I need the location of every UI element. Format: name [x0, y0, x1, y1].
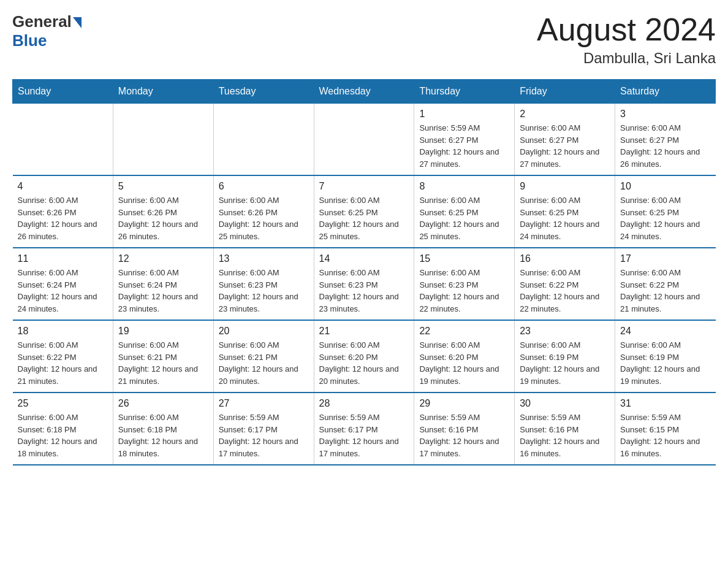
calendar-cell: 1Sunrise: 5:59 AMSunset: 6:27 PMDaylight…	[414, 104, 515, 176]
day-number: 27	[219, 398, 309, 409]
calendar-cell: 16Sunrise: 6:00 AMSunset: 6:22 PMDayligh…	[515, 248, 615, 320]
calendar-cell	[13, 104, 113, 176]
day-number: 20	[219, 326, 309, 337]
day-number: 2	[520, 109, 610, 120]
day-info: Sunrise: 6:00 AMSunset: 6:20 PMDaylight:…	[319, 339, 409, 387]
day-number: 15	[419, 253, 509, 264]
day-number: 6	[219, 181, 309, 192]
calendar-cell: 7Sunrise: 6:00 AMSunset: 6:25 PMDaylight…	[314, 175, 414, 248]
day-number: 1	[419, 109, 509, 120]
calendar-cell: 2Sunrise: 6:00 AMSunset: 6:27 PMDaylight…	[515, 104, 615, 176]
calendar-cell: 20Sunrise: 6:00 AMSunset: 6:21 PMDayligh…	[213, 320, 314, 393]
calendar-cell: 17Sunrise: 6:00 AMSunset: 6:22 PMDayligh…	[615, 248, 716, 320]
day-info: Sunrise: 6:00 AMSunset: 6:20 PMDaylight:…	[419, 339, 509, 387]
day-header-tuesday: Tuesday	[213, 80, 314, 104]
logo: General Blue	[12, 12, 82, 50]
day-number: 7	[319, 181, 409, 192]
calendar-cell: 19Sunrise: 6:00 AMSunset: 6:21 PMDayligh…	[113, 320, 213, 393]
page-header: General Blue August 2024 Dambulla, Sri L…	[12, 12, 716, 67]
calendar-cell: 30Sunrise: 5:59 AMSunset: 6:16 PMDayligh…	[515, 393, 615, 465]
calendar-cell: 26Sunrise: 6:00 AMSunset: 6:18 PMDayligh…	[113, 393, 213, 465]
day-info: Sunrise: 6:00 AMSunset: 6:22 PMDaylight:…	[18, 339, 108, 387]
calendar-week-row: 4Sunrise: 6:00 AMSunset: 6:26 PMDaylight…	[13, 175, 716, 248]
day-info: Sunrise: 6:00 AMSunset: 6:27 PMDaylight:…	[520, 122, 610, 170]
day-header-monday: Monday	[113, 80, 213, 104]
day-info: Sunrise: 6:00 AMSunset: 6:22 PMDaylight:…	[520, 267, 610, 315]
calendar-cell: 25Sunrise: 6:00 AMSunset: 6:18 PMDayligh…	[13, 393, 113, 465]
day-info: Sunrise: 5:59 AMSunset: 6:27 PMDaylight:…	[419, 122, 509, 170]
day-info: Sunrise: 6:00 AMSunset: 6:25 PMDaylight:…	[620, 194, 710, 242]
month-title: August 2024	[537, 12, 716, 47]
calendar-cell: 3Sunrise: 6:00 AMSunset: 6:27 PMDaylight…	[615, 104, 716, 176]
calendar-week-row: 11Sunrise: 6:00 AMSunset: 6:24 PMDayligh…	[13, 248, 716, 320]
day-header-friday: Friday	[515, 80, 615, 104]
calendar-cell: 13Sunrise: 6:00 AMSunset: 6:23 PMDayligh…	[213, 248, 314, 320]
calendar-cell: 28Sunrise: 5:59 AMSunset: 6:17 PMDayligh…	[314, 393, 414, 465]
day-info: Sunrise: 6:00 AMSunset: 6:24 PMDaylight:…	[118, 267, 208, 315]
day-number: 19	[118, 326, 208, 337]
day-info: Sunrise: 6:00 AMSunset: 6:21 PMDaylight:…	[118, 339, 208, 387]
calendar-cell	[213, 104, 314, 176]
day-number: 10	[620, 181, 710, 192]
day-number: 25	[18, 398, 108, 409]
calendar-cell: 21Sunrise: 6:00 AMSunset: 6:20 PMDayligh…	[314, 320, 414, 393]
calendar-cell: 29Sunrise: 5:59 AMSunset: 6:16 PMDayligh…	[414, 393, 515, 465]
calendar-table: SundayMondayTuesdayWednesdayThursdayFrid…	[12, 79, 716, 465]
calendar-week-row: 25Sunrise: 6:00 AMSunset: 6:18 PMDayligh…	[13, 393, 716, 465]
calendar-cell: 5Sunrise: 6:00 AMSunset: 6:26 PMDaylight…	[113, 175, 213, 248]
day-info: Sunrise: 5:59 AMSunset: 6:16 PMDaylight:…	[520, 412, 610, 459]
day-info: Sunrise: 5:59 AMSunset: 6:15 PMDaylight:…	[620, 412, 710, 459]
logo-arrow-icon	[73, 17, 82, 28]
day-number: 29	[419, 398, 509, 409]
day-info: Sunrise: 6:00 AMSunset: 6:18 PMDaylight:…	[18, 412, 108, 459]
day-info: Sunrise: 6:00 AMSunset: 6:22 PMDaylight:…	[620, 267, 710, 315]
day-number: 16	[520, 253, 610, 264]
day-info: Sunrise: 6:00 AMSunset: 6:25 PMDaylight:…	[520, 194, 610, 242]
calendar-cell: 12Sunrise: 6:00 AMSunset: 6:24 PMDayligh…	[113, 248, 213, 320]
calendar-week-row: 1Sunrise: 5:59 AMSunset: 6:27 PMDaylight…	[13, 104, 716, 176]
calendar-cell: 8Sunrise: 6:00 AMSunset: 6:25 PMDaylight…	[414, 175, 515, 248]
calendar-header-row: SundayMondayTuesdayWednesdayThursdayFrid…	[13, 80, 716, 104]
logo-blue-text: Blue	[12, 31, 47, 50]
calendar-cell: 14Sunrise: 6:00 AMSunset: 6:23 PMDayligh…	[314, 248, 414, 320]
day-info: Sunrise: 6:00 AMSunset: 6:23 PMDaylight:…	[219, 267, 309, 315]
logo-general-text: General	[12, 12, 72, 31]
day-info: Sunrise: 6:00 AMSunset: 6:19 PMDaylight:…	[620, 339, 710, 387]
calendar-cell: 27Sunrise: 5:59 AMSunset: 6:17 PMDayligh…	[213, 393, 314, 465]
title-block: August 2024 Dambulla, Sri Lanka	[537, 12, 716, 67]
calendar-cell: 23Sunrise: 6:00 AMSunset: 6:19 PMDayligh…	[515, 320, 615, 393]
calendar-cell	[113, 104, 213, 176]
day-number: 23	[520, 326, 610, 337]
calendar-cell: 24Sunrise: 6:00 AMSunset: 6:19 PMDayligh…	[615, 320, 716, 393]
day-number: 14	[319, 253, 409, 264]
day-number: 11	[18, 253, 108, 264]
calendar-cell: 10Sunrise: 6:00 AMSunset: 6:25 PMDayligh…	[615, 175, 716, 248]
day-number: 17	[620, 253, 710, 264]
day-info: Sunrise: 5:59 AMSunset: 6:16 PMDaylight:…	[419, 412, 509, 459]
day-number: 18	[18, 326, 108, 337]
day-info: Sunrise: 6:00 AMSunset: 6:24 PMDaylight:…	[18, 267, 108, 315]
day-info: Sunrise: 6:00 AMSunset: 6:26 PMDaylight:…	[219, 194, 309, 242]
day-info: Sunrise: 6:00 AMSunset: 6:23 PMDaylight:…	[419, 267, 509, 315]
calendar-cell: 15Sunrise: 6:00 AMSunset: 6:23 PMDayligh…	[414, 248, 515, 320]
day-number: 26	[118, 398, 208, 409]
day-number: 13	[219, 253, 309, 264]
location-title: Dambulla, Sri Lanka	[537, 50, 716, 67]
day-header-saturday: Saturday	[615, 80, 716, 104]
calendar-cell: 4Sunrise: 6:00 AMSunset: 6:26 PMDaylight…	[13, 175, 113, 248]
calendar-cell: 9Sunrise: 6:00 AMSunset: 6:25 PMDaylight…	[515, 175, 615, 248]
day-info: Sunrise: 6:00 AMSunset: 6:27 PMDaylight:…	[620, 122, 710, 170]
day-number: 12	[118, 253, 208, 264]
day-number: 30	[520, 398, 610, 409]
day-number: 31	[620, 398, 710, 409]
day-info: Sunrise: 6:00 AMSunset: 6:26 PMDaylight:…	[118, 194, 208, 242]
day-number: 8	[419, 181, 509, 192]
day-header-wednesday: Wednesday	[314, 80, 414, 104]
day-number: 24	[620, 326, 710, 337]
calendar-cell: 22Sunrise: 6:00 AMSunset: 6:20 PMDayligh…	[414, 320, 515, 393]
day-number: 22	[419, 326, 509, 337]
calendar-cell: 11Sunrise: 6:00 AMSunset: 6:24 PMDayligh…	[13, 248, 113, 320]
day-info: Sunrise: 6:00 AMSunset: 6:21 PMDaylight:…	[219, 339, 309, 387]
day-number: 5	[118, 181, 208, 192]
calendar-week-row: 18Sunrise: 6:00 AMSunset: 6:22 PMDayligh…	[13, 320, 716, 393]
